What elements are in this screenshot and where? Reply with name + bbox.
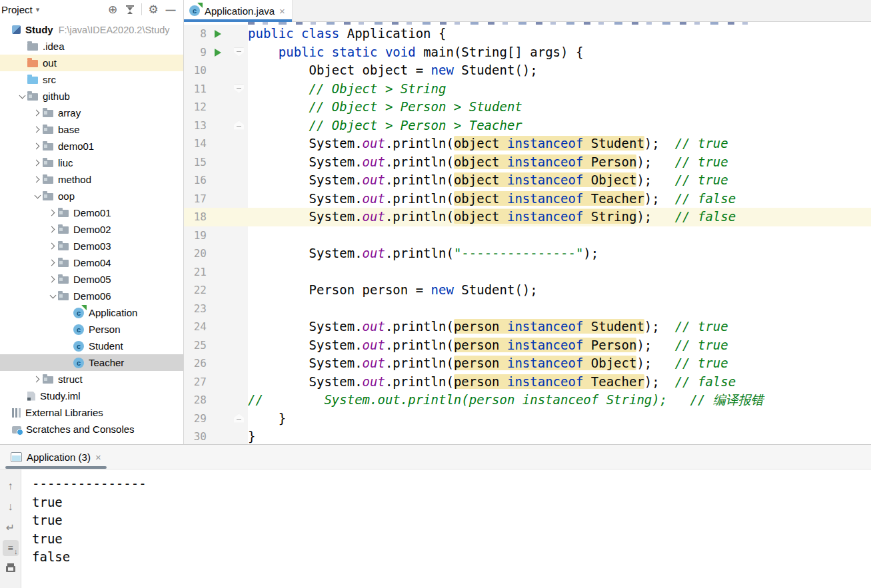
chevron-spacer	[17, 55, 27, 71]
gutter	[209, 98, 248, 117]
tree-item-demo01[interactable]: demo01	[0, 138, 183, 154]
chevron-down-icon[interactable]	[47, 288, 58, 304]
code-line-18[interactable]: 18 System.out.println(object instanceof …	[184, 208, 871, 226]
code-line-26[interactable]: 26 System.out.println(person instanceof …	[184, 354, 871, 373]
chevron-right-icon[interactable]	[47, 254, 58, 271]
code-line-23[interactable]: 23	[184, 300, 871, 318]
tree-item-student[interactable]: Student	[0, 338, 183, 354]
chevron-right-icon[interactable]	[32, 138, 43, 154]
run-console-panel: Application (3) × ↑ ↓ ↵ ≡ --------------…	[0, 444, 871, 588]
code-line-11[interactable]: 11 // Object > String	[184, 80, 871, 99]
chevron-right-icon[interactable]	[47, 204, 58, 221]
tree-item-out[interactable]: out	[0, 55, 183, 71]
console-output[interactable]: ---------------truetruetruefalseProcess …	[21, 469, 871, 588]
code-token: );	[644, 191, 675, 206]
close-icon[interactable]: ×	[279, 5, 285, 17]
gutter	[209, 373, 248, 392]
tree-item-array[interactable]: array	[0, 105, 183, 121]
hide-panel-icon[interactable]: —	[162, 2, 179, 17]
code-token: );	[583, 246, 598, 260]
tree-item-demo04[interactable]: Demo04	[0, 254, 183, 271]
tree-item-external-libraries[interactable]: External Libraries	[0, 404, 183, 421]
code-line-17[interactable]: 17 System.out.println(object instanceof …	[184, 190, 871, 208]
tree-item-demo06[interactable]: Demo06	[0, 288, 183, 304]
close-icon[interactable]: ×	[95, 451, 101, 463]
code-line-16[interactable]: 16 System.out.println(object instanceof …	[184, 171, 871, 190]
tree-item-demo05[interactable]: Demo05	[0, 271, 183, 288]
fold-marker-icon[interactable]	[234, 121, 244, 130]
tree-item-scratches-and-consoles[interactable]: Scratches and Consoles	[0, 421, 183, 438]
chevron-right-icon[interactable]	[32, 105, 43, 121]
code-line-20[interactable]: 20 System.out.println("---------------")…	[184, 244, 871, 263]
up-arrow-icon[interactable]: ↑	[3, 478, 19, 494]
tree-item-base[interactable]: base	[0, 121, 183, 138]
editor-tab-application-java[interactable]: Application.java ×	[184, 0, 293, 21]
tree-item--idea[interactable]: .idea	[0, 38, 183, 55]
collapse-all-icon[interactable]	[121, 2, 139, 17]
code-token: System.	[248, 338, 363, 352]
run-button-icon[interactable]	[215, 30, 221, 38]
chevron-right-icon[interactable]	[32, 371, 43, 388]
code-line-14[interactable]: 14 System.out.println(object instanceof …	[184, 135, 871, 153]
chevron-right-icon[interactable]	[32, 154, 43, 171]
chevron-right-icon[interactable]	[32, 121, 43, 138]
tree-item-demo03[interactable]: Demo03	[0, 238, 183, 254]
code-line-29[interactable]: 29 }	[184, 410, 871, 428]
print-icon[interactable]	[3, 561, 19, 577]
soft-wrap-icon[interactable]: ↵	[3, 519, 19, 535]
tree-item-person[interactable]: Person	[0, 321, 183, 338]
code-line-12[interactable]: 12 // Object > Person > Student	[184, 98, 871, 117]
code-line-28[interactable]: 28// System.out.println(person instanceo…	[184, 391, 871, 410]
settings-gear-icon[interactable]: ⚙	[145, 2, 162, 17]
code-line-27[interactable]: 27 System.out.println(person instanceof …	[184, 373, 871, 392]
tree-item-study-iml[interactable]: Study.iml	[0, 388, 183, 404]
tree-item-src[interactable]: src	[0, 71, 183, 88]
tree-item-label: Demo03	[73, 240, 111, 252]
tree-item-teacher[interactable]: Teacher	[0, 354, 183, 371]
code-editor[interactable]: 8public class Application {9 public stat…	[184, 22, 871, 445]
run-button-icon[interactable]	[215, 49, 221, 57]
console-tab-application[interactable]: Application (3) ×	[7, 445, 105, 469]
chevron-down-icon[interactable]: ▾	[36, 5, 40, 14]
chevron-right-icon[interactable]	[47, 271, 58, 288]
code-line-21[interactable]: 21	[184, 263, 871, 282]
tree-item-liuc[interactable]: liuc	[0, 154, 183, 171]
code-line-22[interactable]: 22 Person person = new Student();	[184, 281, 871, 300]
code-line-24[interactable]: 24 System.out.println(person instanceof …	[184, 318, 871, 336]
tree-item-application[interactable]: Application	[0, 304, 183, 321]
chevron-down-icon[interactable]	[17, 88, 27, 105]
code-token: );	[636, 209, 674, 224]
fold-marker-icon[interactable]	[234, 414, 244, 423]
code-line-10[interactable]: 10 Object object = new Student();	[184, 61, 871, 80]
code-line-9[interactable]: 9 public static void main(String[] args)…	[184, 43, 871, 62]
chevron-down-icon[interactable]	[32, 188, 43, 204]
occurrence-highlight: object instanceof Student	[454, 136, 644, 150]
code-line-8[interactable]: 8public class Application {	[184, 25, 871, 43]
chevron-right-icon[interactable]	[47, 238, 58, 254]
chevron-right-icon[interactable]	[47, 221, 58, 238]
code-token: );	[644, 136, 675, 150]
code-line-19[interactable]: 19	[184, 226, 871, 245]
fold-marker-icon[interactable]	[234, 48, 244, 57]
code-token: out	[363, 356, 385, 370]
code-token: instanceof	[507, 154, 583, 169]
fold-marker-icon[interactable]	[234, 85, 244, 93]
chevron-right-icon[interactable]	[32, 171, 43, 188]
tree-item-oop[interactable]: oop	[0, 188, 183, 204]
tree-item-method[interactable]: method	[0, 171, 183, 188]
tree-item-demo01[interactable]: Demo01	[0, 204, 183, 221]
tree-item-demo02[interactable]: Demo02	[0, 221, 183, 238]
code-token: Teacher	[583, 191, 644, 206]
scroll-to-end-icon[interactable]: ≡	[3, 540, 19, 556]
locate-icon[interactable]: ⊕	[104, 2, 121, 17]
code-line-15[interactable]: 15 System.out.println(object instanceof …	[184, 153, 871, 172]
down-arrow-icon[interactable]: ↓	[3, 499, 19, 515]
tree-item-study[interactable]: StudyF:\java\IDEA2020.2\Study	[0, 21, 183, 38]
project-view-selector[interactable]: Project	[1, 4, 33, 15]
console-line: true	[32, 493, 871, 512]
code-line-30[interactable]: 30}	[184, 428, 871, 445]
tree-item-github[interactable]: github	[0, 88, 183, 105]
tree-item-struct[interactable]: struct	[0, 371, 183, 388]
code-line-13[interactable]: 13 // Object > Person > Teacher	[184, 117, 871, 135]
code-line-25[interactable]: 25 System.out.println(person instanceof …	[184, 336, 871, 355]
